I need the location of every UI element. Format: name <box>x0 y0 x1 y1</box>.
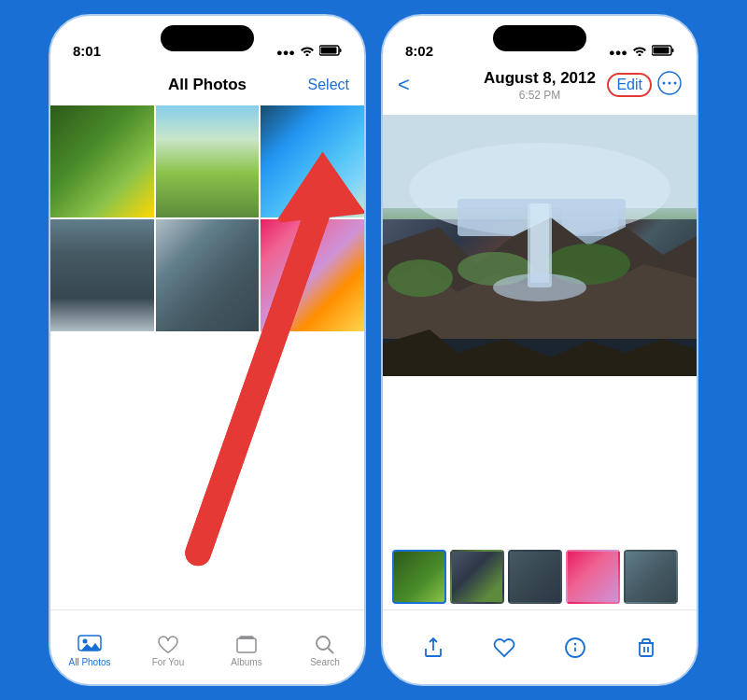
grid-photo-2[interactable] <box>156 105 260 217</box>
favorite-button[interactable] <box>491 635 517 661</box>
for-you-icon <box>156 635 180 655</box>
tab-search-label: Search <box>310 657 340 667</box>
main-photo-image <box>383 115 697 376</box>
thumbnail-2[interactable] <box>450 550 504 604</box>
dynamic-island-right <box>493 25 586 51</box>
back-button[interactable]: < <box>398 73 410 97</box>
more-button[interactable] <box>657 71 682 99</box>
photo-grid <box>50 105 364 331</box>
battery-icon-right <box>652 45 674 59</box>
tab-all-photos[interactable]: All Photos <box>50 635 129 667</box>
svg-point-0 <box>306 54 309 57</box>
grid-photo-6[interactable] <box>261 219 364 331</box>
share-button[interactable] <box>420 635 446 661</box>
delete-button[interactable] <box>633 635 659 661</box>
svg-point-14 <box>317 637 330 650</box>
info-button[interactable] <box>562 635 588 661</box>
svg-rect-12 <box>237 638 256 652</box>
tab-bar: All Photos For You Albums <box>50 609 364 684</box>
status-icons-left: ●●● <box>276 45 342 59</box>
svg-rect-18 <box>654 48 669 54</box>
tab-search[interactable]: Search <box>286 635 364 667</box>
battery-icon-left <box>319 45 342 59</box>
all-photos-icon <box>78 635 102 655</box>
edit-button[interactable]: Edit <box>607 73 652 97</box>
time-left: 8:01 <box>73 43 101 59</box>
thumbnail-strip <box>383 544 697 609</box>
photo-date: August 8, 2012 <box>484 69 596 88</box>
right-phone: 8:02 ●●● < August 8, 2012 <box>381 14 698 686</box>
edit-button-container: Edit <box>607 73 652 97</box>
svg-point-22 <box>669 82 671 85</box>
svg-rect-2 <box>321 48 337 54</box>
tab-albums-label: Albums <box>231 657 261 667</box>
thumbnail-3[interactable] <box>508 550 562 604</box>
search-icon <box>313 635 337 655</box>
signal-icon: ●●● <box>276 47 295 58</box>
bottom-toolbar <box>383 609 697 684</box>
tab-all-photos-label: All Photos <box>68 657 110 667</box>
nav-bar-right: < August 8, 2012 6:52 PM Edit <box>383 64 697 105</box>
tab-albums[interactable]: Albums <box>207 635 286 667</box>
svg-marker-11 <box>81 643 101 651</box>
main-photo-area[interactable] <box>383 105 697 544</box>
thumbnail-1[interactable] <box>392 550 446 604</box>
tab-for-you-label: For You <box>152 657 184 667</box>
albums-icon <box>234 635 259 655</box>
thumbnail-4[interactable] <box>566 550 620 604</box>
dynamic-island-left <box>161 25 254 51</box>
nav-title-left: All Photos <box>168 76 247 94</box>
svg-point-23 <box>674 82 677 85</box>
svg-point-30 <box>388 259 453 297</box>
svg-point-10 <box>83 639 88 644</box>
svg-rect-41 <box>640 643 653 656</box>
status-icons-right: ●●● <box>609 45 674 59</box>
svg-point-35 <box>493 273 586 301</box>
date-header: August 8, 2012 6:52 PM <box>484 69 596 102</box>
grid-photo-3[interactable] <box>261 105 364 217</box>
svg-point-16 <box>639 54 641 57</box>
svg-rect-3 <box>340 49 342 52</box>
tab-for-you[interactable]: For You <box>129 635 207 667</box>
svg-line-15 <box>329 649 334 654</box>
grid-photo-1[interactable] <box>50 105 154 217</box>
left-phone: 8:01 ●●● All Photos Select <box>49 14 366 686</box>
time-right: 8:02 <box>405 43 433 59</box>
wifi-icon <box>300 45 315 59</box>
svg-point-21 <box>663 82 666 85</box>
signal-icon-right: ●●● <box>609 47 627 58</box>
svg-rect-34 <box>530 203 549 283</box>
photo-time: 6:52 PM <box>519 89 561 102</box>
grid-photo-4[interactable] <box>50 219 154 331</box>
nav-bar-left: All Photos Select <box>50 64 364 105</box>
svg-rect-19 <box>672 49 674 52</box>
wifi-icon-right <box>632 45 647 59</box>
thumbnail-5[interactable] <box>624 550 678 604</box>
grid-photo-5[interactable] <box>156 219 260 331</box>
select-button[interactable]: Select <box>308 77 349 93</box>
svg-rect-13 <box>240 637 253 638</box>
